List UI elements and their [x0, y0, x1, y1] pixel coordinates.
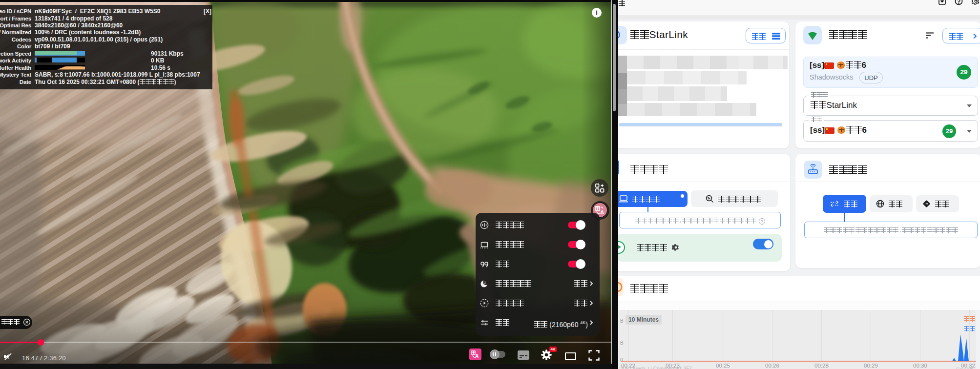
- svg-text:z: z: [484, 280, 486, 285]
- svg-text:A: A: [475, 353, 479, 359]
- svg-text:A: A: [600, 209, 604, 215]
